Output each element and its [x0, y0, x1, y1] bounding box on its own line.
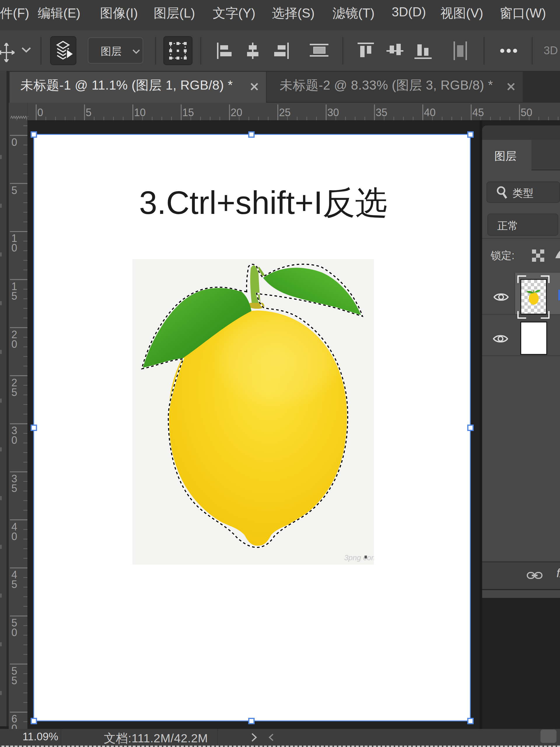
svg-text:40: 40 [424, 106, 436, 119]
svg-text:0: 0 [11, 242, 17, 254]
svg-text:0: 0 [37, 106, 43, 119]
svg-text:5: 5 [11, 184, 17, 197]
svg-text:0: 0 [11, 722, 17, 729]
svg-text:5: 5 [11, 386, 17, 398]
svg-text:35: 35 [376, 106, 387, 119]
svg-text:30: 30 [327, 106, 339, 119]
svg-text:0: 0 [11, 626, 17, 639]
svg-text:0: 0 [11, 136, 17, 148]
svg-text:5: 5 [11, 290, 17, 302]
svg-text:10: 10 [134, 106, 145, 119]
svg-text:5: 5 [11, 578, 17, 590]
svg-text:0: 0 [11, 434, 17, 446]
svg-text:25: 25 [279, 106, 291, 119]
svg-text:15: 15 [182, 106, 194, 119]
svg-text:5: 5 [86, 106, 91, 119]
svg-text:45: 45 [472, 106, 484, 119]
svg-text:20: 20 [231, 106, 242, 119]
svg-text:50: 50 [521, 106, 532, 119]
svg-text:5: 5 [11, 675, 17, 687]
svg-text:0: 0 [11, 338, 17, 350]
svg-text:3png com: 3png com [344, 553, 374, 562]
svg-text:0: 0 [11, 531, 17, 542]
svg-text:5: 5 [11, 482, 17, 494]
